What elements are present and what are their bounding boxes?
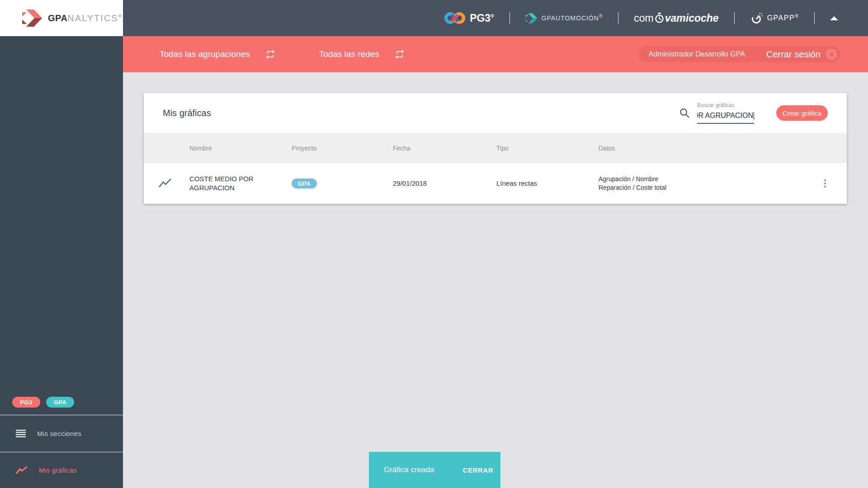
filter-bar: Todas las agrupaciones Todas las redes A… — [123, 36, 868, 72]
logout-button[interactable]: Cerrar sesión — [766, 49, 821, 60]
search-input[interactable]: Buscar gráficas OR AGRUPACION — [697, 102, 754, 124]
gpapp-registered-mark: ® — [795, 14, 799, 19]
comprovamicoche-prefix: com — [634, 12, 653, 24]
menu-icon — [16, 430, 26, 437]
top-bar: PG3® GPAUTOMOCIÓN® com vamicoche — [123, 0, 868, 36]
separator — [734, 12, 735, 24]
snackbar: Gráfica creada CERRAR — [369, 452, 500, 488]
row-type-cell: Líneas rectas — [496, 179, 599, 188]
sidebar-item-mis-secciones[interactable]: Mis secciones — [0, 415, 123, 452]
row-menu-button[interactable] — [821, 177, 829, 190]
column-header-nombre: Nombre — [189, 145, 292, 152]
wrench-icon — [750, 12, 763, 25]
user-session-pill: Administrador Desarrollo GPA Cerrar sesi… — [639, 46, 840, 62]
charts-card: Mis gráficas Buscar gráficas OR AGRUPACI… — [144, 93, 847, 204]
search-icon[interactable] — [679, 108, 690, 118]
brand-text: GPANALYTICS® — [48, 13, 122, 23]
separator — [509, 12, 510, 24]
snackbar-message: Gráfica creada — [384, 465, 434, 474]
row-data-cell: Agrupación / Nombre Reparación / Coste t… — [599, 175, 803, 192]
chart-line-icon — [16, 466, 28, 475]
row-date: 29/01/2018 — [393, 179, 427, 187]
separator — [618, 12, 618, 24]
badge-gpa[interactable]: GPA — [46, 397, 74, 408]
row-project-cell: GPA — [292, 178, 393, 188]
row-data-line1: Agrupación / Nombre — [599, 175, 803, 183]
separator — [814, 12, 815, 24]
badge-pg3[interactable]: PG3 — [12, 397, 40, 408]
row-icon-cell — [144, 178, 189, 189]
pg3-label: PG3® — [470, 12, 494, 24]
table-row[interactable]: COSTE MEDIO POR AGRUPACION GPA 29/01/201… — [144, 163, 847, 204]
sidebar: PG3 GPA Mis secciones Mis gráficas — [0, 36, 123, 488]
brand-registered-mark: ® — [118, 14, 122, 19]
column-header-datos: Datos — [599, 145, 803, 152]
swap-redes-icon[interactable] — [394, 49, 405, 60]
gpa-arrow-icon — [22, 9, 42, 28]
brand-nalytics: NALYTICS — [67, 13, 118, 23]
gpautomocion-label: GPAUTOMOCIÓN® — [542, 14, 603, 22]
gpautomocion-logo[interactable]: GPAUTOMOCIÓN® — [525, 13, 603, 24]
table-header: Nombre Proyecto Fecha Tipo Datos — [144, 133, 847, 163]
logout-close-icon[interactable] — [826, 49, 837, 60]
gpapp-label: GPAPP® — [767, 14, 799, 22]
search-input-value: OR AGRUPACION — [697, 112, 753, 120]
agrupaciones-filter-label[interactable]: Todas las agrupaciones — [160, 49, 250, 59]
card-header: Mis gráficas Buscar gráficas OR AGRUPACI… — [144, 93, 847, 133]
column-header-fecha: Fecha — [393, 145, 496, 152]
row-type: Líneas rectas — [496, 179, 537, 187]
brand-gpa: GPA — [48, 13, 67, 23]
gpautomocion-registered-mark: ® — [599, 14, 603, 19]
redes-filter-label[interactable]: Todas las redes — [319, 49, 379, 59]
gpa-analytics-logo[interactable]: GPANALYTICS® — [0, 0, 123, 36]
infinity-icon — [444, 11, 465, 25]
row-name: COSTE MEDIO POR AGRUPACION — [189, 174, 292, 192]
search-input-value-row: OR AGRUPACION — [697, 112, 754, 124]
sidebar-item-mis-graficas[interactable]: Mis gráficas — [0, 452, 123, 488]
comprovamicoche-suffix: vamicoche — [665, 12, 719, 24]
row-menu-cell — [803, 177, 847, 190]
sidebar-badges-row: PG3 GPA — [0, 397, 123, 415]
column-header-proyecto: Proyecto — [292, 145, 393, 152]
collapse-caret-icon[interactable] — [830, 16, 838, 20]
sidebar-item-label: Mis secciones — [37, 430, 81, 437]
sidebar-item-label: Mis gráficas — [39, 466, 77, 474]
text-cursor — [754, 112, 754, 120]
pg3-logo[interactable]: PG3® — [444, 11, 494, 25]
project-badge: GPA — [292, 178, 317, 188]
row-name-cell: COSTE MEDIO POR AGRUPACION — [189, 174, 292, 192]
user-name: Administrador Desarrollo GPA — [649, 50, 745, 58]
gpapp-logo[interactable]: GPAPP® — [750, 12, 799, 25]
create-chart-button[interactable]: Crear gráfica — [776, 105, 828, 121]
search-input-label: Buscar gráficas — [697, 102, 754, 108]
row-data-line2: Reparación / Coste total — [599, 183, 803, 192]
column-header-tipo: Tipo — [496, 145, 599, 152]
clock-icon — [654, 13, 665, 23]
comprovamicoche-logo[interactable]: com vamicoche — [634, 12, 718, 24]
page-title: Mis gráficas — [163, 108, 211, 118]
row-data: Agrupación / Nombre Reparación / Coste t… — [599, 175, 803, 192]
row-date-cell: 29/01/2018 — [393, 179, 496, 188]
swap-agrupaciones-icon[interactable] — [265, 49, 276, 60]
gpautomocion-arrow-icon — [525, 13, 538, 24]
pg3-registered-mark: ® — [491, 14, 494, 19]
snackbar-close-button[interactable]: CERRAR — [463, 466, 493, 474]
row-chart-icon — [158, 178, 172, 189]
